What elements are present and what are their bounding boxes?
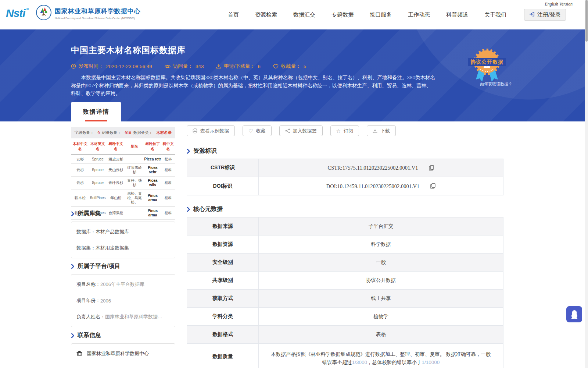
- badge-label: 协议公开数据: [468, 58, 506, 66]
- publish-time: 发布时间： 2020-12-23 08:56:49: [71, 63, 152, 70]
- field-count-label: 字段数量：: [75, 130, 94, 135]
- cell: 软木松: [71, 190, 89, 207]
- cell: 青杄云杉: [107, 177, 125, 190]
- nav-resource-search[interactable]: 资源检索: [255, 11, 277, 18]
- chevron-right-icon: [187, 207, 190, 212]
- share-icon: [285, 128, 290, 133]
- bank-icon: [76, 350, 82, 357]
- nav-api-service[interactable]: 接口服务: [370, 11, 392, 18]
- dataset-item[interactable]: 数据集： 木材用途数据集: [76, 240, 170, 256]
- project-year-item: 项目年份： 2006: [76, 293, 170, 309]
- cell: Picea schr: [144, 164, 161, 177]
- cell: 松科: [161, 190, 175, 207]
- col-wood-en: 木材英文名: [89, 138, 107, 155]
- database-item[interactable]: 数据库： 木材产品数据库: [76, 224, 170, 240]
- project-section-title: 所属子平台/项目: [78, 262, 120, 270]
- download-count-value: 6: [258, 64, 261, 69]
- cstr-value: CSTR:17575.11.0120230225002.0001.V1: [328, 164, 418, 172]
- english-version-link[interactable]: English Version: [545, 1, 573, 7]
- metadata-value: 表格: [259, 326, 503, 343]
- favorite-button[interactable]: ♡ 收藏: [243, 125, 272, 136]
- cell: 松科: [161, 177, 175, 190]
- data-quality-value: 本数据严格按照《林业科学数据集成规范》进行数据加工、整理、初审、复审。 数据准确…: [259, 344, 503, 368]
- cell: 青杆、铁杉: [125, 177, 144, 190]
- login-arrow-icon: [529, 11, 535, 18]
- how-to-get-data-link[interactable]: 如何获取该数据？: [480, 81, 512, 87]
- doi-value: DOI:10.12459.11.0120230225002.0001.V1: [326, 182, 420, 190]
- data-quality-label: 数据质量: [187, 344, 259, 368]
- table-row: 软木松SoftPines华山松果松、青松、马尾松、Pinus arma松科: [71, 190, 175, 207]
- visit-count: 访问量： 343: [165, 63, 204, 70]
- project-name-value: 2006年主平台数据库: [100, 281, 144, 288]
- dataset-value: 木材用途数据集: [96, 245, 129, 251]
- table-row: 云杉Spruce鳞皮云杉Picea retr松科: [71, 155, 175, 164]
- preview-stats-bar: 字段数量： 9 记录数量： 910 数据分类： 木材名录: [71, 127, 175, 138]
- subscribe-button[interactable]: ☆ 订阅: [330, 125, 359, 136]
- core-metadata-title: 核心元数据: [193, 205, 223, 213]
- download-count: 申请/下载量： 6: [216, 63, 260, 70]
- star-outline-icon: ☆: [336, 128, 341, 134]
- resource-id-heading: 资源标识: [187, 147, 217, 155]
- metadata-row: 数据格式 表格: [187, 326, 503, 344]
- col-wood-cn: 木材中文名: [71, 138, 89, 155]
- col-family: 科中文名: [161, 138, 175, 155]
- chevron-right-icon: [71, 211, 74, 216]
- download-button[interactable]: 下载: [367, 125, 396, 136]
- eye-icon: [165, 64, 171, 69]
- record-count-label: 记录数量：: [102, 130, 121, 135]
- nav-home[interactable]: 首页: [228, 11, 239, 18]
- copy-icon[interactable]: [429, 165, 434, 171]
- open-data-badge: 协议公开数据: [472, 47, 502, 84]
- publish-time-label: 发布时间：: [79, 63, 104, 70]
- scrollbar-track[interactable]: [585, 0, 588, 368]
- nav-work-news[interactable]: 工作动态: [408, 11, 430, 18]
- metadata-row: 获取方式 线上共享: [187, 290, 503, 308]
- metadata-label: 数据格式: [187, 326, 259, 343]
- copy-icon[interactable]: [430, 183, 435, 189]
- tab-data-detail[interactable]: 数据详情: [71, 102, 121, 121]
- nav-science-channel[interactable]: 科普频道: [446, 11, 468, 18]
- cell: Spruce: [89, 164, 107, 177]
- metadata-row: 数据资源 科学数据: [187, 236, 503, 254]
- project-year-label: 项目年份：: [76, 297, 100, 304]
- add-to-basket-button[interactable]: 加入数据篮: [279, 125, 323, 136]
- view-sample-data-button[interactable]: 查看示例数据: [187, 125, 235, 136]
- cell: [125, 155, 144, 164]
- register-login-button[interactable]: 注册/登录: [524, 9, 566, 21]
- dataset-meta-row: 发布时间： 2020-12-23 08:56:49 访问量： 343: [71, 63, 306, 70]
- add-to-basket-label: 加入数据篮: [293, 128, 317, 134]
- nfgsdc-logo: 国家林业和草原科学数据中心 National Forestry and Gras…: [36, 4, 141, 22]
- action-buttons-row: 查看示例数据 ♡ 收藏 加入数据篮 ☆ 订阅 下载: [187, 125, 396, 136]
- resource-id-title: 资源标识: [193, 147, 217, 155]
- center-name-cn: 国家林业和草原科学数据中心: [55, 7, 141, 15]
- nav-about-us[interactable]: 关于我们: [484, 11, 506, 18]
- desc-part: 类木材名称（中、英）及其树种名称（包括中文、别名、拉丁名）、科别、产地和备注。: [214, 75, 407, 80]
- scrollbar-thumb[interactable]: [585, 0, 588, 42]
- top-header: English Version Nsti 国家林业和草原科学数据中心: [0, 0, 588, 29]
- library-section-title: 所属库集: [78, 210, 101, 217]
- contact-box: 国家林业和草原科学数据中心: [71, 343, 175, 368]
- desc-number: 907: [86, 83, 94, 88]
- project-name-item: 项目名称： 2006年主平台数据库: [76, 276, 170, 293]
- nav-special-data[interactable]: 专题数据: [331, 11, 354, 18]
- record-count-stat: 记录数量： 910: [102, 130, 131, 135]
- data-quality-row: 数据质量 本数据严格按照《林业科学数据集成规范》进行数据加工、整理、初审、复审。…: [187, 344, 503, 368]
- preview-header-row: 木材中文名 木材英文名 树种中文名 别名 树种拉丁名 科中文名: [71, 138, 175, 155]
- nav-data-submission[interactable]: 数据汇交: [293, 11, 315, 18]
- cell: Spruce: [89, 155, 107, 164]
- core-metadata-heading: 核心元数据: [187, 205, 223, 213]
- project-leader-value: 国家林业和草原科学数据…: [105, 314, 162, 320]
- metadata-value: 一般: [259, 254, 503, 271]
- quality-part: ，总体校验的错误率小于: [367, 360, 422, 365]
- dataset-label: 数据集：: [76, 245, 96, 251]
- contact-section: 联系信息 国家林业和草原科学数据中心: [71, 328, 175, 368]
- metadata-label: 共享级别: [187, 272, 259, 289]
- metadata-label: 数据资源: [187, 236, 259, 253]
- metadata-value: 协议公开数据: [259, 272, 503, 289]
- metadata-label: 安全级别: [187, 254, 259, 271]
- database-value: 木材产品数据库: [96, 229, 129, 235]
- qq-contact-button[interactable]: [566, 306, 582, 322]
- favorite-count-label: 收藏量：: [281, 63, 301, 70]
- subscribe-label: 订阅: [344, 128, 353, 134]
- brand-area: Nsti 国家林业和草原科学数据中心 National Forestry and…: [6, 4, 141, 22]
